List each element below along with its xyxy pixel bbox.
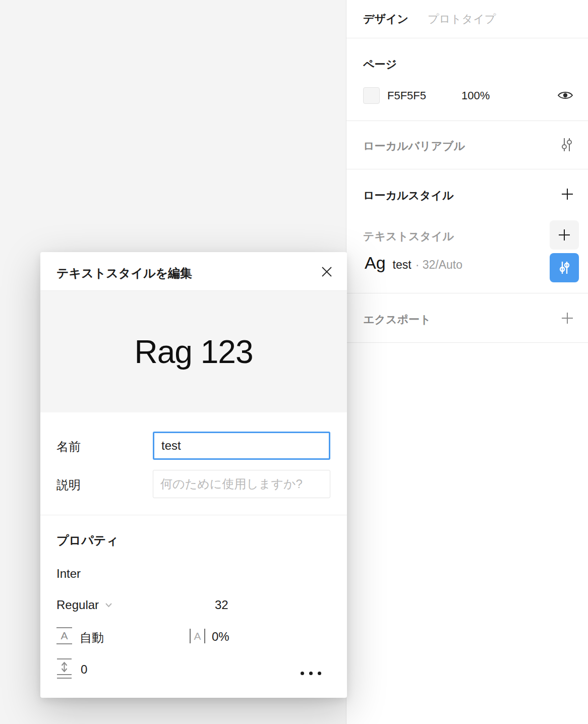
divider	[346, 120, 588, 121]
local-variables-title: ローカルバリアブル	[363, 139, 465, 154]
style-meta: · 32/Auto	[416, 258, 462, 272]
tab-prototype[interactable]: プロトタイプ	[428, 12, 496, 27]
dialog-header: テキストスタイルを編集	[40, 252, 347, 291]
edit-style-sliders-button[interactable]	[550, 253, 579, 282]
paragraph-spacing-icon	[56, 657, 72, 679]
font-weight-dropdown[interactable]: Regular	[56, 598, 112, 612]
divider	[346, 169, 588, 169]
more-options-ellipsis-icon[interactable]	[301, 672, 321, 675]
divider	[346, 293, 588, 293]
right-sidebar: デザイン プロトタイプ ページ F5F5F5 100% ローカルバリアブル ロー…	[346, 0, 588, 724]
variables-sliders-icon[interactable]	[560, 137, 574, 152]
page-opacity-value[interactable]: 100%	[461, 89, 490, 102]
sliders-icon	[557, 260, 571, 275]
text-styles-title: テキストスタイル	[363, 229, 454, 244]
font-weight-value: Regular	[56, 598, 99, 612]
properties-title: プロパティ	[56, 532, 119, 549]
visibility-eye-icon[interactable]	[557, 89, 574, 101]
divider	[346, 342, 588, 343]
letter-spacing-icon: A	[190, 629, 205, 643]
plus-icon	[558, 228, 571, 242]
local-styles-title: ローカルスタイル	[363, 188, 454, 203]
paragraph-spacing-value[interactable]: 0	[81, 662, 87, 677]
dialog-title: テキストスタイルを編集	[56, 265, 192, 281]
edit-text-style-dialog: テキストスタイルを編集 Rag 123 名前 説明 プロパティ Inter Re…	[40, 252, 347, 698]
add-text-style-button[interactable]	[550, 220, 579, 250]
description-input[interactable]	[153, 470, 330, 498]
font-size-value[interactable]: 32	[215, 598, 228, 612]
preview-sample-text: Rag 123	[135, 333, 253, 371]
export-section-title: エクスポート	[363, 312, 431, 327]
add-style-plus-icon[interactable]	[561, 188, 574, 201]
style-preview: Rag 123	[40, 291, 347, 412]
tab-design[interactable]: デザイン	[363, 12, 408, 27]
page-color-hex[interactable]: F5F5F5	[387, 89, 426, 102]
letter-spacing-value[interactable]: 0%	[212, 630, 229, 644]
font-family-value[interactable]: Inter	[56, 567, 81, 581]
chevron-down-icon	[105, 602, 112, 608]
name-input[interactable]	[153, 432, 330, 460]
line-height-icon: A	[56, 627, 72, 644]
page-section-title: ページ	[363, 57, 397, 72]
style-sample-glyph: Ag	[365, 253, 386, 273]
line-height-value[interactable]: 自動	[80, 630, 104, 646]
close-icon[interactable]	[320, 265, 333, 278]
text-style-list-item[interactable]: Ag test · 32/Auto	[365, 253, 462, 282]
divider	[40, 515, 347, 515]
page-color-swatch[interactable]	[363, 87, 380, 104]
panel-tabs: デザイン プロトタイプ	[346, 0, 588, 38]
style-name: test	[393, 258, 411, 272]
description-label: 説明	[56, 477, 81, 493]
add-export-plus-icon[interactable]	[561, 312, 574, 325]
name-label: 名前	[56, 439, 81, 455]
